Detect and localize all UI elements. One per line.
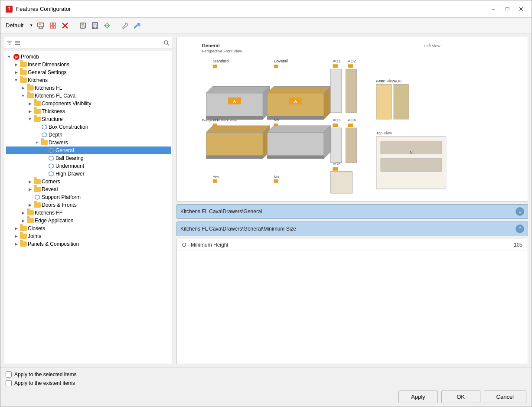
tree-label-joints: Joints <box>28 233 41 239</box>
tree-item-kitchens[interactable]: ▼ Kitchens <box>6 76 171 84</box>
tree-item-drawers[interactable]: ▼ Drawers <box>6 139 171 147</box>
checkbox-label-selected-items[interactable]: Apply to the selected items <box>14 371 76 378</box>
toolbar-settings-button[interactable] <box>102 20 112 31</box>
tree-item-doors-fronts[interactable]: ▶ Doors & Fronts <box>6 201 171 209</box>
svg-rect-4 <box>39 24 41 25</box>
tree-item-box-construction[interactable]: ▶ Box Construction <box>6 123 171 131</box>
tree-toggle-panels-composition[interactable]: ▶ <box>13 241 19 247</box>
tree-toggle-joints[interactable]: ▶ <box>13 233 19 239</box>
dropdown-arrow[interactable]: ▼ <box>29 20 34 31</box>
tree-item-promob[interactable]: ▼ P Promob <box>6 53 171 61</box>
svg-text:N: N <box>410 150 413 155</box>
cancel-button[interactable]: Cancel <box>484 391 526 403</box>
tree-item-thickness[interactable]: ▶ Thickness <box>6 107 171 115</box>
toolbar-icon1[interactable] <box>36 20 46 31</box>
svg-rect-54 <box>267 93 324 119</box>
tree-toggle-doors-fronts[interactable]: ▶ <box>27 202 33 208</box>
checkbox-selected-items[interactable] <box>6 371 12 378</box>
property-value-min-height[interactable]: 105 <box>496 242 522 248</box>
svg-rect-102 <box>333 167 338 171</box>
tree-toggle-thickness[interactable]: ▶ <box>27 108 33 114</box>
tree-toggle-promob[interactable]: ▼ <box>6 54 12 60</box>
checkbox-existent-items[interactable] <box>6 380 12 386</box>
toolbar-delete-button[interactable] <box>60 20 70 31</box>
tree-item-insert-dim[interactable]: ▶ Insert Dimensions <box>6 61 171 68</box>
tree-container[interactable]: ▼ P Promob ▶ Insert Dimensions ▶ Gener <box>4 51 173 364</box>
ok-button[interactable]: OK <box>441 391 480 403</box>
search-button[interactable] <box>162 39 171 47</box>
tree-toggle-corners[interactable]: ▶ <box>27 179 33 185</box>
tree-toggle-reveal[interactable]: ▶ <box>27 186 33 192</box>
title-bar-left: T Features Configurator <box>6 6 71 13</box>
breadcrumb-row-1[interactable]: Kitchens FL Cava\Drawers\General ⌄ <box>176 204 528 219</box>
tree-item-panels-composition[interactable]: ▶ Panels & Composition <box>6 240 171 248</box>
collapse-btn-1[interactable]: ⌄ <box>516 207 524 216</box>
tree-item-depth[interactable]: ▶ Depth <box>6 131 171 139</box>
tree-item-reveal[interactable]: ▶ Reveal <box>6 186 171 193</box>
checkbox-row-1: Apply to the selected items <box>6 371 526 378</box>
folder-icon-insert-dim <box>20 61 27 68</box>
tree-item-undermount[interactable]: ▶ Undermount <box>6 162 171 170</box>
tree-item-kitchens-fl[interactable]: ▶ Kitchens FL <box>6 84 171 92</box>
tree-toggle-comp-visibility[interactable]: ▶ <box>27 101 33 107</box>
breadcrumb-label-1: Kitchens FL Cava\Drawers\General <box>180 208 262 215</box>
svg-rect-5 <box>50 23 52 25</box>
checkbox-row-2: Apply to the existent items <box>6 380 526 386</box>
tree-item-edge-application[interactable]: ▶ Edge Application <box>6 217 171 225</box>
tree-item-joints[interactable]: ▶ Joints <box>6 232 171 240</box>
tree-item-kitchens-fl-cava[interactable]: ▼ Kitchens FL Cava <box>6 92 171 100</box>
tree-toggle-kitchens-fl-cava[interactable]: ▼ <box>20 93 26 99</box>
tree-label-thickness: Thickness <box>42 108 65 114</box>
toolbar-calculator-button[interactable] <box>90 20 100 31</box>
tree-toggle-kitchens-ff[interactable]: ▶ <box>20 210 26 216</box>
item-icon-ball-bearing <box>48 155 55 162</box>
svg-rect-32 <box>15 41 20 42</box>
tree-item-comp-visibility[interactable]: ▶ Components Visibility <box>6 100 171 107</box>
tree-item-ball-bearing[interactable]: ▶ Ball Bearing <box>6 154 171 162</box>
breadcrumb-row-2[interactable]: Kitchens FL Cava\Drawers\General\Minimum… <box>176 221 528 236</box>
svg-rect-47 <box>274 65 278 68</box>
tree-toggle-drawers[interactable]: ▼ <box>34 140 40 146</box>
tree-toggle-kitchens[interactable]: ▼ <box>13 77 19 83</box>
close-button[interactable]: ✕ <box>516 4 526 14</box>
tree-toggle-kitchens-fl[interactable]: ▶ <box>20 85 26 91</box>
tree-item-high-drawer[interactable]: ▶ High Drawer <box>6 170 171 178</box>
svg-text:AO5: AO5 <box>376 79 384 83</box>
svg-point-19 <box>93 27 94 28</box>
tree-toggle-edge-application[interactable]: ▶ <box>20 218 26 224</box>
svg-text:Standard: Standard <box>213 59 229 63</box>
tree-toggle-insert-dim[interactable]: ▶ <box>13 62 19 68</box>
tree-toggle-closets[interactable]: ▶ <box>13 225 19 231</box>
tree-label-high-drawer: High Drawer <box>55 171 85 177</box>
tree-item-support-platform[interactable]: ▶ Support Platform <box>6 193 171 201</box>
svg-rect-103 <box>330 172 352 193</box>
tree-toggle-structure[interactable]: ▼ <box>27 116 33 122</box>
toolbar-save-button[interactable] <box>78 20 88 31</box>
svg-rect-70 <box>348 124 353 127</box>
tree-item-closets[interactable]: ▶ Closets <box>6 225 171 232</box>
app-icon: T <box>6 6 13 13</box>
grid-icon <box>49 22 56 29</box>
bottom-area: Apply to the selected items Apply to the… <box>0 368 532 407</box>
collapse-btn-2[interactable]: ⌃ <box>516 225 524 233</box>
search-input[interactable] <box>23 40 160 46</box>
folder-icon-kitchens-ff <box>27 209 34 216</box>
tree-item-kitchens-ff[interactable]: ▶ Kitchens FF <box>6 209 171 217</box>
toolbar-icon2[interactable] <box>48 20 58 31</box>
tree-item-structure[interactable]: ▼ Structure <box>6 115 171 123</box>
folder-icon-closets <box>20 225 27 232</box>
apply-button[interactable]: Apply <box>398 391 438 403</box>
toolbar-wrench-button[interactable] <box>120 20 130 31</box>
toolbar-key-button[interactable] <box>132 20 142 31</box>
svg-rect-48 <box>206 93 263 119</box>
minimize-button[interactable]: – <box>488 4 499 14</box>
tree-item-corners[interactable]: ▶ Corners <box>6 178 171 186</box>
svg-text:Yes: Yes <box>213 175 219 179</box>
maximize-button[interactable]: □ <box>502 4 512 14</box>
checkbox-label-existent-items[interactable]: Apply to the existent items <box>14 380 75 386</box>
main-window: T Features Configurator – □ ✕ Default ▼ <box>0 0 532 407</box>
tree-item-general-settings[interactable]: ▶ General Settings <box>6 68 171 76</box>
tree-toggle-general-settings[interactable]: ▶ <box>13 69 19 75</box>
tree-item-general[interactable]: ▶ General <box>6 147 171 154</box>
left-panel: ▼ P Promob ▶ Insert Dimensions ▶ Gener <box>4 37 173 364</box>
